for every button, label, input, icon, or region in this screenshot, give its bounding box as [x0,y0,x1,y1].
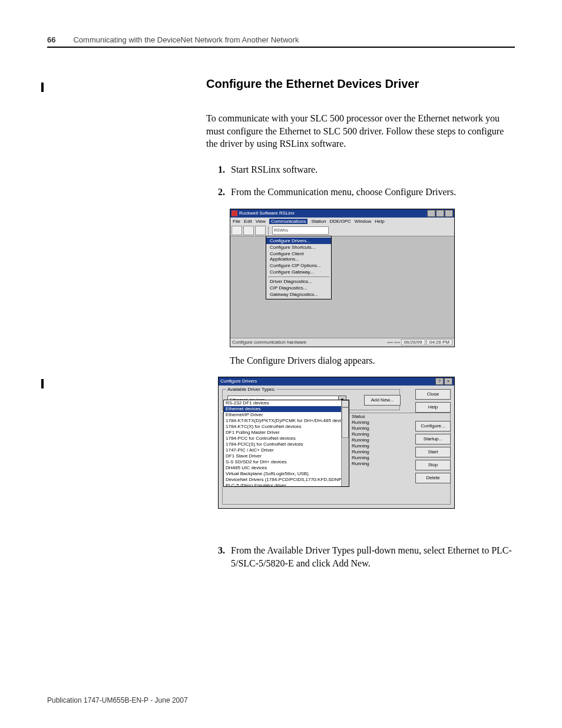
combo-option[interactable]: DF1 Slave Driver [224,453,349,459]
combo-option[interactable]: 1784-PCIC(S) for ControlNet devices [224,442,349,447]
start-button[interactable]: Start [415,447,451,457]
stop-button[interactable]: Stop [415,460,451,470]
status-cell [387,342,393,343]
status-text: Configure communication hardware [232,340,306,345]
status-cell [394,342,400,343]
changebar-icon [41,83,44,92]
step-3: 3. From the Available Driver Types pull-… [218,544,515,571]
scrollbar[interactable] [341,400,349,486]
help-icon[interactable]: ? [435,378,444,385]
scroll-thumb[interactable] [342,407,349,438]
menu-separator [268,276,329,277]
window-titlebar: Rockwell Software RSLinx [230,209,454,218]
combo-option[interactable]: 1784-KT/KTX(D)/PKTX(D)/PCMK for DH+/DH-4… [224,418,349,424]
menu-item[interactable]: Configure Shortcuts... [266,244,331,251]
toolbar: RSWho [230,225,454,236]
driver-type-dropdown-list[interactable]: RS-232 DF1 devices Ethernet devices Ethe… [223,400,349,487]
status-value: Running [352,443,369,449]
menu-window[interactable]: Window [355,219,371,224]
rslinx-window-screenshot: Rockwell Software RSLinx File Edit View … [230,209,455,347]
menu-item[interactable]: CIP Diagnostics... [266,285,331,291]
menu-item-configure-drivers[interactable]: Configure Drivers... [266,238,331,244]
combo-option[interactable]: 1747-PIC / AIC+ Driver [224,447,349,453]
communications-dropdown[interactable]: Configure Drivers... Configure Shortcuts… [266,236,332,299]
close-button[interactable]: Close [415,389,451,400]
combo-option[interactable]: DH485 UIC devices [224,465,349,471]
menu-help[interactable]: Help [375,219,384,224]
menu-file[interactable]: File [233,219,240,224]
app-icon [232,210,237,216]
step-number: 1. [218,163,231,176]
menu-bar[interactable]: File Edit View Communications Station DD… [230,218,454,225]
status-time: 04:28 PM [427,339,452,345]
menu-edit[interactable]: Edit [244,219,252,224]
menu-item[interactable]: Configure Gateway... [266,269,331,275]
add-new-button[interactable]: Add New... [364,395,401,406]
menu-ddeopc[interactable]: DDE/OPC [329,219,351,224]
combo-option[interactable]: Virtual Backplane (SoftLogix58xx, USB) [224,471,349,477]
delete-button[interactable]: Delete [415,473,451,483]
combo-option[interactable]: Ethernet/IP Driver [224,412,349,418]
section-heading: Configure the Ethernet Devices Driver [206,77,515,91]
step-number: 2. [218,186,231,199]
menu-communications[interactable]: Communications [269,219,308,224]
menu-item[interactable]: Driver Diagnostics... [266,278,331,285]
step-text: From the Communication menu, choose Conf… [231,186,456,199]
publication-footer: Publication 1747-UM655B-EN-P - June 2007 [47,696,188,704]
menu-item[interactable]: Configure Client Applications... [266,251,331,262]
status-value: Running [352,461,369,467]
combo-option[interactable]: 1784-KTC(X) for ControlNet devices [224,424,349,430]
dialog-title: Configure Drivers [220,378,257,384]
toolbar-field[interactable]: RSWho [272,226,329,235]
minimize-icon[interactable] [427,210,435,217]
configure-button[interactable]: Configure... [415,421,451,431]
step-number: 3. [218,544,231,571]
close-icon[interactable]: × [444,378,452,385]
page-header: 66 Communicating with the DeviceNet Netw… [47,35,515,48]
maximize-icon[interactable] [436,210,444,217]
toolbar-button[interactable] [255,226,266,235]
intro-paragraph: To communicate with your SLC 500 process… [206,112,515,150]
combo-option[interactable]: DeviceNet Drivers (1784-PCD/PCIDS,1770-K… [224,477,349,483]
step-2: 2. From the Communication menu, choose C… [218,186,515,199]
menu-view[interactable]: View [256,219,266,224]
status-date: 06/26/99 [401,339,425,345]
menu-item[interactable]: Gateway Diagnostics... [266,291,331,298]
startup-button[interactable]: Startup... [415,434,451,444]
combo-option[interactable]: 1784-PCC for ControlNet devices [224,436,349,442]
combo-option[interactable]: RS-232 DF1 devices [224,400,349,406]
status-value: Running [352,431,369,437]
menu-station[interactable]: Station [311,219,326,224]
scroll-up-icon[interactable] [342,400,349,407]
status-bar: Configure communication hardware 06/26/9… [230,338,454,347]
status-value: Running [352,449,369,455]
combo-option[interactable]: DF1 Polling Master Driver [224,430,349,436]
status-value: Running [352,426,369,431]
changebar-icon [41,379,44,388]
group-label: Available Driver Types: [226,387,277,392]
status-column: Running Running Running Running Running … [352,420,369,467]
chapter-title: Communicating with the DeviceNet Network… [73,35,299,44]
page-number: 66 [47,35,55,44]
step-1: 1. Start RSLinx software. [218,163,515,176]
separator-icon [268,226,269,235]
close-icon[interactable] [445,210,453,217]
status-value: Running [352,420,369,426]
status-column-header: Status [352,414,365,419]
window-title: Rockwell Software RSLinx [239,210,295,216]
combo-option[interactable]: PLC-5 (DH+) Emulator driver [224,483,349,487]
help-button[interactable]: Help [415,402,451,413]
step-text: Start RSLinx software. [231,163,318,176]
combo-option[interactable]: S-S SD/SD2 for DH+ devices [224,459,349,465]
combo-option[interactable]: Ethernet devices [224,406,349,412]
status-value: Running [352,455,369,461]
toolbar-button[interactable] [232,226,242,235]
status-value: Running [352,437,369,443]
menu-item[interactable]: Configure CIP Options... [266,262,331,269]
toolbar-button[interactable] [243,226,254,235]
caption-text: The Configure Drivers dialog appears. [230,355,515,366]
step-text: From the Available Driver Types pull-dow… [231,544,515,571]
configure-drivers-dialog-screenshot: Configure Drivers ? × Available Driver T… [218,377,455,509]
dialog-titlebar: Configure Drivers ? × [219,377,454,386]
